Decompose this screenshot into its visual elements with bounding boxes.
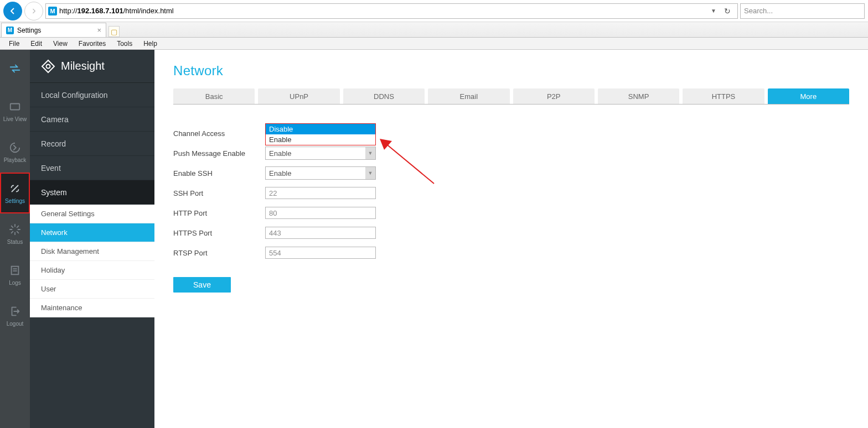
brand: Milesight	[30, 50, 154, 83]
input-rtsp-port[interactable]	[265, 247, 376, 259]
label-channel-access: Channel Access	[173, 129, 265, 138]
sidebar-item-local-config[interactable]: Local Configuration	[30, 83, 154, 107]
tab-basic[interactable]: Basic	[173, 88, 255, 104]
input-ssh-port[interactable]	[265, 187, 376, 199]
subitem-maintenance[interactable]: Maintenance	[30, 299, 154, 317]
label-ssh-port: SSH Port	[173, 189, 265, 197]
svg-rect-0	[11, 103, 20, 109]
menu-tools[interactable]: Tools	[111, 39, 138, 49]
network-tabbar: Basic UPnP DDNS Email P2P SNMP HTTPS Mor…	[173, 88, 849, 105]
browser-menubar: File Edit View Favorites Tools Help	[0, 38, 868, 50]
select-enable-ssh[interactable]: Enable ▼	[265, 166, 376, 180]
rail-item-swap[interactable]	[0, 50, 30, 91]
browser-tab-strip: M Settings × ▢	[0, 22, 868, 38]
close-tab-icon[interactable]: ×	[97, 26, 101, 34]
brand-logo-icon	[41, 59, 55, 74]
rail-item-status[interactable]: Status	[0, 213, 30, 254]
sidebar-item-record[interactable]: Record	[30, 132, 154, 156]
tab-title: Settings	[17, 27, 41, 34]
sidebar: Milesight Local Configuration Camera Rec…	[30, 50, 154, 428]
tab-p2p[interactable]: P2P	[513, 88, 595, 104]
menu-file[interactable]: File	[3, 39, 25, 49]
svg-line-6	[17, 231, 19, 233]
subitem-user[interactable]: User	[30, 280, 154, 299]
tab-more[interactable]: More	[768, 88, 849, 104]
sidebar-item-system[interactable]: System	[30, 180, 154, 205]
brand-name: Milesight	[61, 60, 105, 72]
label-enable-ssh: Enable SSH	[173, 169, 265, 178]
tab-https[interactable]: HTTPS	[683, 88, 764, 104]
tab-favicon: M	[6, 27, 14, 34]
subitem-disk-management[interactable]: Disk Management	[30, 242, 154, 261]
svg-line-8	[17, 226, 19, 227]
chevron-down-icon: ▼	[365, 147, 375, 159]
back-button[interactable]	[3, 2, 22, 20]
svg-line-7	[12, 231, 13, 233]
browser-chrome: M http://192.168.7.101/html/index.html ▼…	[0, 0, 868, 50]
channel-access-dropdown-open[interactable]: Disable Enable	[265, 123, 376, 145]
rail-item-logs[interactable]: Logs	[0, 254, 30, 295]
menu-help[interactable]: Help	[138, 39, 163, 49]
input-https-port[interactable]	[265, 227, 376, 239]
nav-rail: Live View Playback Settings Status Logs …	[0, 50, 30, 428]
content-area: Network Basic UPnP DDNS Email P2P SNMP H…	[154, 50, 868, 428]
label-rtsp-port: RTSP Port	[173, 249, 265, 257]
browser-search-input[interactable]: Search...	[740, 3, 865, 19]
input-http-port[interactable]	[265, 207, 376, 219]
tab-email[interactable]: Email	[428, 88, 509, 104]
browser-tab-settings[interactable]: M Settings ×	[1, 23, 106, 37]
subitem-network[interactable]: Network	[30, 223, 154, 242]
label-http-port: HTTP Port	[173, 209, 265, 217]
menu-view[interactable]: View	[48, 39, 73, 49]
rail-item-playback[interactable]: Playback	[0, 132, 30, 173]
sidebar-item-event[interactable]: Event	[30, 156, 154, 180]
site-favicon: M	[48, 7, 57, 15]
app-root: Live View Playback Settings Status Logs …	[0, 50, 868, 428]
sidebar-item-camera[interactable]: Camera	[30, 107, 154, 132]
tab-snmp[interactable]: SNMP	[598, 88, 679, 104]
channel-access-option-disable[interactable]: Disable	[266, 124, 375, 134]
settings-form: Disable Enable Channel Access Push Messa…	[173, 123, 849, 293]
subitem-holiday[interactable]: Holiday	[30, 261, 154, 280]
page-title: Network	[173, 63, 849, 79]
save-button[interactable]: Save	[173, 277, 231, 293]
address-bar[interactable]: M http://192.168.7.101/html/index.html ▼…	[45, 3, 738, 19]
refresh-icon[interactable]: ↻	[720, 7, 735, 15]
tab-ddns[interactable]: DDNS	[343, 88, 425, 104]
channel-access-option-enable[interactable]: Enable	[266, 134, 375, 145]
tab-upnp[interactable]: UPnP	[258, 88, 339, 104]
svg-point-12	[46, 64, 50, 68]
forward-button[interactable]	[24, 2, 43, 20]
label-push-message: Push Message Enable	[173, 149, 265, 158]
addr-dropdown-icon[interactable]: ▼	[707, 8, 720, 14]
subitem-general-settings[interactable]: General Settings	[30, 205, 154, 223]
menu-favorites[interactable]: Favorites	[73, 39, 111, 49]
rail-item-logout[interactable]: Logout	[0, 295, 30, 336]
rail-item-liveview[interactable]: Live View	[0, 91, 30, 132]
menu-edit[interactable]: Edit	[25, 39, 48, 49]
url-text: http://192.168.7.101/html/index.html	[59, 7, 174, 15]
rail-item-settings[interactable]: Settings	[0, 173, 30, 213]
sidebar-sublist-system: General Settings Network Disk Management…	[30, 205, 154, 317]
chevron-down-icon: ▼	[365, 167, 375, 179]
select-push-message[interactable]: Enable ▼	[265, 147, 376, 160]
svg-line-5	[12, 226, 13, 227]
label-https-port: HTTPS Port	[173, 229, 265, 237]
new-tab-button[interactable]: ▢	[108, 26, 120, 37]
